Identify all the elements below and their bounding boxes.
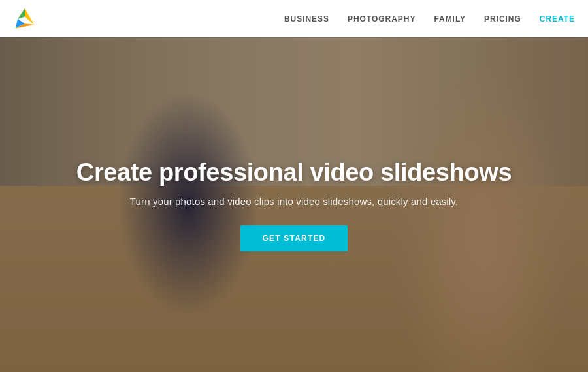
hero-content: Create professional video slideshows Tur… [0, 37, 588, 372]
get-started-button[interactable]: GET STARTED [240, 225, 348, 251]
nav-business[interactable]: BUSINESS [284, 14, 329, 23]
nav-pricing[interactable]: PRICING [484, 14, 521, 23]
logo[interactable] [13, 7, 37, 31]
logo-icon [13, 7, 37, 31]
hero-subtitle: Turn your photos and video clips into vi… [130, 196, 458, 207]
svg-marker-0 [18, 8, 25, 18]
svg-marker-2 [25, 8, 34, 24]
hero-title: Create professional video slideshows [76, 159, 512, 187]
nav-links: BUSINESS PHOTOGRAPHY FAMILY PRICING CREA… [284, 14, 575, 23]
nav-photography[interactable]: PHOTOGRAPHY [348, 14, 416, 23]
navbar: BUSINESS PHOTOGRAPHY FAMILY PRICING CREA… [0, 0, 588, 37]
nav-family[interactable]: FAMILY [434, 14, 466, 23]
nav-create[interactable]: CREATE [540, 14, 575, 23]
